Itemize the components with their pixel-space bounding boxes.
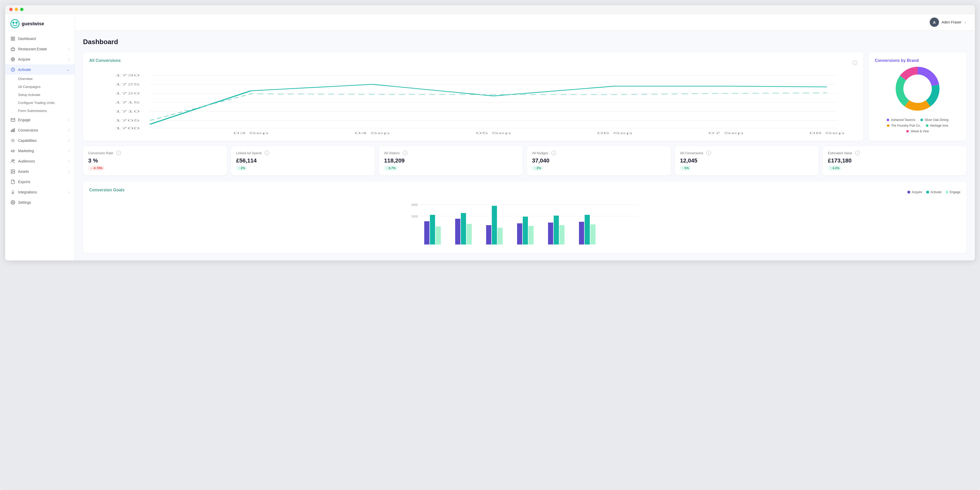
- sidebar-label-marketing: Marketing: [18, 149, 34, 153]
- metric-info-icon-1[interactable]: i: [265, 151, 269, 155]
- metric-info-icon-0[interactable]: i: [116, 151, 121, 155]
- svg-text:1710: 1710: [115, 110, 140, 113]
- sidebar-item-exports[interactable]: Exports: [5, 177, 75, 187]
- sidebar-item-integrations[interactable]: Integrations ›: [5, 187, 75, 197]
- sidebar-item-capabilities[interactable]: Capabilities ›: [5, 135, 75, 146]
- app-container: guestwise Dashboard: [0, 0, 980, 490]
- svg-text:1725: 1725: [115, 83, 140, 86]
- heritage-label: Heritage Inns: [930, 124, 948, 127]
- charts-row: All Conversions i: [83, 52, 967, 141]
- svg-point-0: [11, 20, 19, 28]
- metric-label-5: Estimated Value: [828, 151, 852, 155]
- bar: [436, 226, 441, 245]
- main-content: A Aden Fraser ⌄ Dashboard All Conversion…: [75, 14, 975, 261]
- metric-value-2: 118,209: [384, 158, 518, 164]
- sidebar-item-audiences[interactable]: Audiences ›: [5, 156, 75, 166]
- bar: [461, 213, 466, 245]
- legend-engage: Engage: [946, 190, 960, 194]
- logo-text: guestwise: [22, 21, 44, 27]
- sidebar-label-settings: Settings: [18, 200, 31, 205]
- settings-icon: [10, 200, 16, 205]
- avatar: A: [930, 18, 939, 27]
- silver-oak-label: Silver Oak Dining: [924, 118, 948, 122]
- users-icon: [10, 159, 16, 164]
- maximize-button[interactable]: [20, 8, 24, 11]
- top-header: A Aden Fraser ⌄: [75, 14, 975, 31]
- sidebar-item-restaurant-estate[interactable]: Restaurant Estate ›: [5, 44, 75, 54]
- bar: [517, 223, 522, 245]
- metric-value-4: 12,045: [680, 158, 814, 164]
- svg-point-1: [13, 22, 14, 24]
- chevron-right-icon: ›: [68, 170, 69, 173]
- sidebar-label-audiences: Audiences: [18, 159, 35, 163]
- all-conversions-title: All Conversions: [89, 58, 121, 63]
- metric-info-icon-3[interactable]: i: [551, 151, 556, 155]
- sidebar-item-dashboard[interactable]: Dashboard: [5, 33, 75, 44]
- sidebar-item-conversions[interactable]: Conversions ›: [5, 125, 75, 135]
- minimize-button[interactable]: [15, 8, 18, 11]
- metric-info-icon-4[interactable]: i: [706, 151, 711, 155]
- metric-info-icon-5[interactable]: i: [855, 151, 860, 155]
- svg-rect-6: [13, 39, 15, 40]
- sidebar-item-marketing[interactable]: Marketing ›: [5, 146, 75, 156]
- tool-icon: [10, 138, 16, 143]
- legend-item-velvet: Velvet & Vine: [906, 129, 929, 133]
- sidebar-item-acquire[interactable]: Acquire ›: [5, 54, 75, 64]
- sidebar-item-engage[interactable]: Engage ›: [5, 115, 75, 125]
- conversion-goals-title: Conversion Goals: [89, 188, 124, 192]
- bar: [492, 206, 497, 245]
- sub-nav-form-submissions[interactable]: Form Submissions: [18, 107, 75, 115]
- all-conversions-info-icon[interactable]: i: [853, 60, 857, 65]
- user-area[interactable]: A Aden Fraser ⌄: [930, 18, 967, 27]
- acquire-color: [908, 191, 910, 193]
- metrics-row: Conversion Rate i 3 % ↓ -0.78%: [83, 146, 967, 175]
- svg-text:1705: 1705: [115, 119, 140, 122]
- metric-label-2: All Visitors: [384, 151, 399, 155]
- sidebar-item-settings[interactable]: Settings: [5, 197, 75, 208]
- chevron-right-icon: ›: [68, 139, 69, 142]
- sub-nav-overview[interactable]: Overview: [18, 75, 75, 83]
- sidebar-item-assets[interactable]: Assets ›: [5, 166, 75, 177]
- sidebar-label-activate: Activate: [18, 68, 31, 72]
- metric-conversion-rate: Conversion Rate i 3 % ↓ -0.78%: [83, 146, 227, 175]
- conversions-by-brand-title: Conversions by Brand: [875, 58, 919, 63]
- foundry-color-dot: [887, 124, 889, 127]
- sidebar-label-engage: Engage: [18, 118, 30, 122]
- close-button[interactable]: [9, 8, 13, 11]
- metric-info-icon-2[interactable]: i: [403, 151, 407, 155]
- legend-acquire: Acquire: [908, 190, 922, 194]
- metric-label-3: All Nudges: [532, 151, 548, 155]
- svg-point-22: [12, 170, 13, 171]
- legend-item-foundry: The Foundry Pub Co.: [887, 124, 921, 127]
- ashwood-color-dot: [887, 119, 889, 121]
- bar: [548, 223, 553, 245]
- svg-point-2: [16, 22, 18, 24]
- page-title: Dashboard: [83, 38, 967, 46]
- sidebar-item-activate[interactable]: Activate ⌄: [5, 64, 75, 75]
- acquire-legend-label: Acquire: [912, 190, 922, 194]
- svg-text:07 Sep: 07 Sep: [708, 132, 743, 135]
- mail-icon: [10, 117, 16, 123]
- svg-point-12: [13, 59, 13, 60]
- donut-container: Ashwood Taverns Silver Oak Dining The Fo…: [875, 63, 960, 133]
- bar: [590, 224, 595, 245]
- metric-badge-2: ↑ 8.7%: [384, 165, 398, 171]
- svg-text:1720: 1720: [115, 92, 140, 95]
- sub-nav-setup-activate[interactable]: Setup Activate: [18, 91, 75, 99]
- svg-text:6000: 6000: [412, 203, 418, 206]
- goals-bar-area: 6000 5000: [89, 200, 960, 247]
- file-icon: [10, 179, 16, 185]
- metric-badge-0: ↓ -0.78%: [88, 165, 105, 171]
- sub-nav-all-campaigns[interactable]: All Campaigns: [18, 83, 75, 91]
- bar: [466, 224, 472, 245]
- logo-icon: [10, 19, 20, 29]
- bar: [455, 219, 460, 245]
- chevron-right-icon: ›: [68, 47, 69, 51]
- svg-rect-4: [13, 37, 15, 38]
- velvet-color-dot: [906, 130, 909, 132]
- metric-all-nudges: All Nudges i 37,040 ↑ 2%: [527, 146, 671, 175]
- goals-legend: Acquire Activate Engage: [908, 190, 960, 194]
- bar: [498, 228, 503, 245]
- sub-nav-configure-trading-units[interactable]: Configure Trading Units: [18, 99, 75, 107]
- svg-rect-7: [11, 48, 15, 51]
